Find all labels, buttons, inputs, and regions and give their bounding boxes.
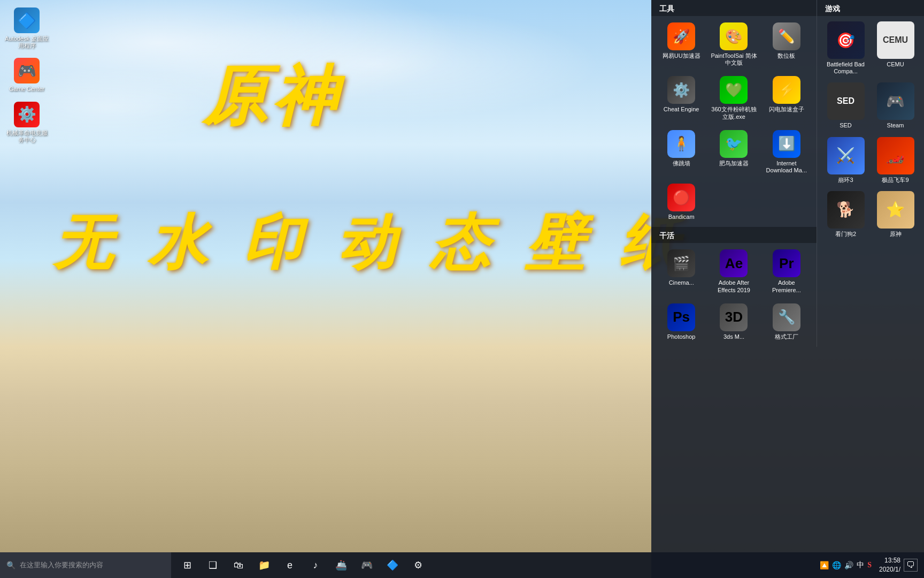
tool-icon-flash: ⚡ (773, 76, 800, 104)
game-item-sed[interactable]: SED SED (821, 79, 870, 132)
misc-item-3ds[interactable]: 3D 3ds M... (708, 299, 759, 345)
volume-icon[interactable]: 🔊 (844, 561, 853, 569)
misc-label-ps: Photoshop (667, 333, 696, 340)
search-placeholder: 在这里输入你要搜索的内容 (20, 560, 103, 570)
game-icon-bf: 🎯 (827, 21, 865, 59)
tool-icon-paint: 🎨 (720, 22, 748, 50)
game-icon-honkai3: ⚔️ (827, 137, 865, 174)
games-header: 游戏 (817, 0, 924, 16)
game-label-sed: SED (840, 122, 852, 129)
taskbar: 🔍 在这里输入你要搜索的内容 ⊞❑🛍📁e♪🚢🎮🔷⚙ 🔼 🌐 🔊 中 S 13:5… (0, 552, 924, 578)
game-icon-cemu: CEMU (877, 21, 914, 59)
clock[interactable]: 13:58 2020/1/ (879, 556, 900, 574)
tool-label-uu: 网易UU加速器 (663, 52, 700, 59)
tool-item-bandicam[interactable]: 🔴 Bandicam (656, 179, 707, 225)
overlay-title: 原神 (203, 54, 342, 141)
tool-icon-fat: 🐦 (720, 130, 748, 158)
game-item-bf[interactable]: 🎯 Battlefield Bad Compa... (821, 18, 870, 78)
clock-date: 2020/1/ (879, 565, 900, 574)
taskbar-btn-app7[interactable]: 🚢 (329, 552, 353, 578)
misc-item-ps[interactable]: Ps Photoshop (656, 299, 707, 345)
tool-item-fat[interactable]: 🐦 肥鸟加速器 (708, 126, 759, 178)
game-icon-watchdogs: 🐕 (827, 191, 865, 229)
taskbar-btn-app9[interactable]: 🔷 (381, 552, 404, 578)
tool-icon-drawing: ✏️ (773, 22, 800, 50)
misc-icon-premiere: Pr (773, 249, 800, 277)
misc-item-cinema[interactable]: 🎬 Cinema... (656, 245, 707, 298)
tool-label-bandicam: Bandicam (668, 214, 695, 220)
tool-icon-buddha: 🧍 (667, 130, 695, 158)
misc-item-format[interactable]: 🔧 格式工厂 (761, 299, 812, 345)
taskbar-system: 🔼 🌐 🔊 中 S 13:58 2020/1/ 🗨 (813, 556, 924, 574)
tool-item-drawing[interactable]: ✏️ 数位板 (761, 18, 812, 71)
game-label-bf: Battlefield Bad Compa... (823, 61, 868, 75)
tool-item-360[interactable]: 💚 360文件粉碎机独立版.exe (708, 72, 759, 124)
desktop-icon-mechanical[interactable]: ⚙️ 机械革命电竞服务中心 (3, 100, 51, 146)
tool-item-flash[interactable]: ⚡ 闪电加速盒子 (761, 72, 812, 124)
taskbar-search[interactable]: 🔍 在这里输入你要搜索的内容 (0, 552, 171, 578)
games-grid: 🎯 Battlefield Bad Compa... CEMU CEMU SED… (817, 16, 924, 243)
antivirus-icon[interactable]: S (867, 561, 872, 569)
taskbar-btn-start[interactable]: ⊞ (175, 552, 199, 578)
right-panel: 工具 🚀 网易UU加速器 🎨 PaintToolSai 简体中文版 ✏️ 数位板… (651, 0, 924, 578)
game-item-watchdogs[interactable]: 🐕 看门狗2 (821, 188, 870, 241)
misc-item-premiere[interactable]: Pr Adobe Premiere... (761, 245, 812, 298)
taskbar-btn-settings[interactable]: ⚙ (406, 552, 430, 578)
tools-grid: 🚀 网易UU加速器 🎨 PaintToolSai 简体中文版 ✏️ 数位板 ⚙️… (651, 16, 817, 227)
game-item-honkai3[interactable]: ⚔️ 崩环3 (821, 134, 870, 187)
game-item-cemu[interactable]: CEMU CEMU (871, 18, 920, 78)
tools-column: 工具 🚀 网易UU加速器 🎨 PaintToolSai 简体中文版 ✏️ 数位板… (651, 0, 817, 347)
tool-label-cheat: Cheat Engine (664, 106, 699, 113)
game-label-genshin: 原神 (890, 231, 902, 238)
tool-label-flash: 闪电加速盒子 (769, 106, 804, 113)
tool-item-uu[interactable]: 🚀 网易UU加速器 (656, 18, 707, 71)
misc-label-3ds: 3ds M... (723, 333, 744, 340)
desktop-icon-gamecenter[interactable]: 🎮 Game Center (3, 56, 51, 95)
game-item-steam[interactable]: 🎮 Steam (871, 79, 920, 132)
tool-item-buddha[interactable]: 🧍 佛跳墙 (656, 126, 707, 178)
tool-item-idm[interactable]: ⬇️ Internet Download Ma... (761, 126, 812, 178)
notification-chevron[interactable]: 🔼 (820, 561, 829, 569)
clock-time: 13:58 (884, 556, 900, 565)
taskbar-btn-task-view[interactable]: ❑ (201, 552, 225, 578)
taskbar-btn-app6[interactable]: ♪ (304, 552, 327, 578)
desktop-icon-autodesk[interactable]: 🔷 Autodesk 桌面应用程序 (3, 5, 51, 51)
desktop-icon-label-mechanical: 机械革命电竞服务中心 (5, 130, 49, 143)
taskbar-btn-steam-task[interactable]: 🎮 (355, 552, 379, 578)
game-label-steam: Steam (887, 122, 904, 129)
game-item-genshin[interactable]: ⭐ 原神 (871, 188, 920, 241)
tool-item-paint[interactable]: 🎨 PaintToolSai 简体中文版 (708, 18, 759, 71)
taskbar-btn-store[interactable]: 🛍 (227, 552, 250, 578)
desktop-icon-img-mechanical: ⚙️ (14, 102, 40, 127)
misc-header: 干活 (651, 227, 817, 243)
game-label-honkai3: 崩环3 (838, 177, 853, 184)
misc-label-cinema: Cinema... (669, 279, 694, 286)
misc-label-premiere: Adobe Premiere... (763, 279, 810, 293)
game-icon-nfs9: 🏎️ (877, 137, 914, 174)
desktop-left: 🔷 Autodesk 桌面应用程序 🎮 Game Center ⚙️ 机械革命电… (0, 0, 64, 578)
misc-item-ae[interactable]: Ae Adobe After Effects 2019 (708, 245, 759, 298)
desktop-icon-label-gamecenter: Game Center (9, 86, 44, 93)
notifications-icon[interactable]: 🗨 (904, 559, 918, 572)
ime-icon[interactable]: 中 (857, 560, 864, 570)
overlay-subtitle: 无 水 印 动 态 壁 纸 (53, 203, 688, 283)
tool-label-fat: 肥鸟加速器 (719, 160, 749, 167)
panel-main-row: 工具 🚀 网易UU加速器 🎨 PaintToolSai 简体中文版 ✏️ 数位板… (651, 0, 924, 347)
taskbar-btn-explorer[interactable]: 📁 (252, 552, 276, 578)
misc-label-format: 格式工厂 (775, 333, 798, 340)
game-label-watchdogs: 看门狗2 (835, 231, 856, 238)
desktop-icon-img-autodesk: 🔷 (14, 7, 40, 33)
games-column: 游戏 🎯 Battlefield Bad Compa... CEMU CEMU … (817, 0, 924, 347)
taskbar-btn-edge[interactable]: e (278, 552, 302, 578)
tool-label-buddha: 佛跳墙 (673, 160, 690, 167)
tool-icon-360: 💚 (720, 76, 748, 104)
desktop-icon-img-gamecenter: 🎮 (14, 58, 40, 83)
network-icon[interactable]: 🌐 (832, 561, 841, 569)
tool-item-cheat[interactable]: ⚙️ Cheat Engine (656, 72, 707, 124)
tool-label-idm: Internet Download Ma... (763, 160, 810, 174)
tool-icon-uu: 🚀 (667, 22, 695, 50)
misc-icon-3ds: 3D (720, 303, 748, 331)
tool-icon-cheat: ⚙️ (667, 76, 695, 104)
tool-icon-idm: ⬇️ (773, 130, 800, 158)
game-item-nfs9[interactable]: 🏎️ 极品飞车9 (871, 134, 920, 187)
